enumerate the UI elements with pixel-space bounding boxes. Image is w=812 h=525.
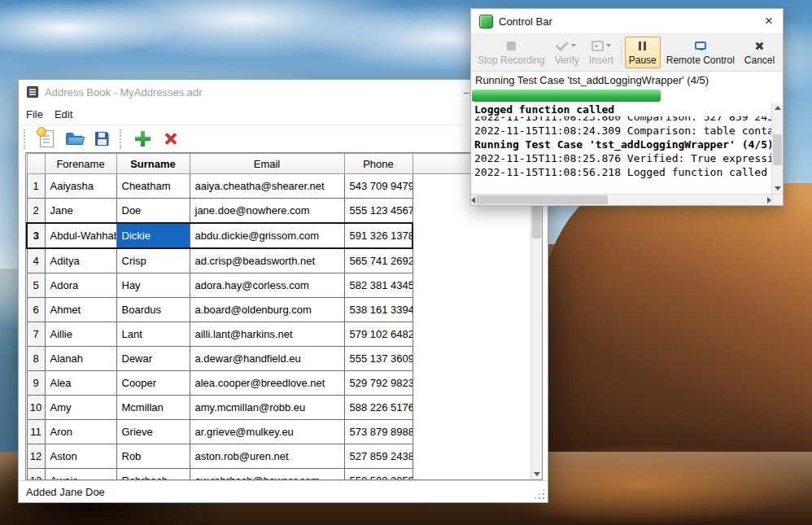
cell-phone[interactable]: 538 161 3394 <box>344 298 413 322</box>
cell-email[interactable]: adora.hay@corless.com <box>190 273 344 298</box>
cell-forename[interactable]: Amy <box>45 396 116 420</box>
new-address-book-button[interactable] <box>35 128 58 151</box>
cell-email[interactable]: ar.grieve@mulkey.eu <box>190 420 344 444</box>
cell-email[interactable]: jane.doe@nowhere.com <box>190 199 344 224</box>
cell-phone[interactable]: 555 137 3609 <box>344 347 413 371</box>
insert-button[interactable]: Insert <box>585 37 618 68</box>
row-number[interactable]: 9 <box>27 371 45 396</box>
row-number[interactable]: 3 <box>27 223 45 248</box>
dropdown-caret-icon[interactable] <box>606 44 611 47</box>
cell-email[interactable]: abdu.dickie@grissom.com <box>190 223 344 248</box>
cell-phone[interactable]: 582 381 4345 <box>344 273 413 298</box>
cell-forename[interactable]: Adora <box>45 273 116 298</box>
cell-email[interactable]: aaiya.cheatha@shearer.net <box>190 174 344 199</box>
cell-forename[interactable]: Awais <box>45 469 116 481</box>
cell-phone[interactable]: 591 326 1378 <box>344 223 413 248</box>
add-entry-button[interactable] <box>131 128 154 151</box>
table-row[interactable]: 1AaiyashaCheathamaaiya.cheatha@shearer.n… <box>27 174 531 199</box>
toolbar-handle[interactable] <box>120 129 124 149</box>
cell-phone[interactable]: 550 500 3059 <box>344 469 413 481</box>
cell-phone[interactable]: 555 123 4567 <box>344 199 413 224</box>
save-button[interactable] <box>90 128 113 151</box>
scroll-down-button[interactable] <box>531 469 542 479</box>
remote-control-button[interactable]: Remote Control <box>662 37 739 68</box>
open-button[interactable] <box>63 128 85 151</box>
scrollbar-track[interactable] <box>531 164 542 469</box>
verify-button[interactable]: Verify <box>551 37 583 68</box>
cell-phone[interactable]: 579 102 6482 <box>344 322 413 347</box>
dropdown-caret-icon[interactable] <box>571 44 576 47</box>
table-row[interactable]: 3Abdul-WahhabDickieabdu.dickie@grissom.c… <box>27 223 531 248</box>
cell-surname[interactable]: Grieve <box>116 420 190 444</box>
row-number[interactable]: 1 <box>27 174 45 199</box>
cell-email[interactable]: amy.mcmillan@robb.eu <box>190 396 344 420</box>
cell-surname[interactable]: Dickie <box>116 223 190 248</box>
table-row[interactable]: 11AronGrievear.grieve@mulkey.eu573 879 8… <box>27 420 531 444</box>
cell-surname[interactable]: Crisp <box>116 248 190 273</box>
table-row[interactable]: 5AdoraHayadora.hay@corless.com582 381 43… <box>27 273 531 298</box>
menu-edit[interactable]: Edit <box>49 106 78 123</box>
table-row[interactable]: 4AdityaCrispad.crisp@beadsworth.net565 7… <box>27 248 531 273</box>
row-number[interactable]: 13 <box>27 469 45 481</box>
cell-surname[interactable]: Cooper <box>116 371 190 396</box>
cell-surname[interactable]: Lant <box>116 322 190 347</box>
close-button[interactable]: × <box>755 9 783 33</box>
cell-surname[interactable]: Cheatham <box>116 174 190 199</box>
cancel-button[interactable]: Cancel <box>740 37 779 68</box>
cell-phone[interactable]: 573 879 8988 <box>344 420 413 444</box>
cell-phone[interactable]: 527 859 2438 <box>344 444 413 469</box>
scrollbar-thumb[interactable] <box>476 195 608 204</box>
cell-surname[interactable]: Boardus <box>116 298 190 322</box>
column-header-surname[interactable]: Surname <box>116 154 190 174</box>
cell-phone[interactable]: 543 709 9479 <box>344 174 413 199</box>
cell-email[interactable]: aston.rob@uren.net <box>190 444 344 469</box>
toolbar-handle[interactable] <box>24 129 28 149</box>
scrollbar-track[interactable] <box>475 195 767 205</box>
table-row[interactable]: 2JaneDoejane.doe@nowhere.com555 123 4567 <box>27 199 531 224</box>
row-number[interactable]: 5 <box>27 273 45 298</box>
column-header-forename[interactable]: Forename <box>45 154 116 174</box>
cell-email[interactable]: ad.crisp@beadsworth.net <box>190 248 344 273</box>
scrollbar-track[interactable] <box>772 113 783 183</box>
table-row[interactable]: 13AwaisRohrbachaw.rohrbach@howser.com550… <box>27 469 531 481</box>
cell-forename[interactable]: Alanah <box>45 347 116 371</box>
remove-entry-button[interactable] <box>159 128 181 151</box>
row-number[interactable]: 11 <box>27 420 45 444</box>
log-vertical-scrollbar[interactable] <box>771 103 783 194</box>
row-number[interactable]: 2 <box>27 199 45 224</box>
cell-email[interactable]: ailli.lant@harkins.net <box>190 322 344 347</box>
scrollbar-thumb[interactable] <box>773 134 782 166</box>
scroll-down-button[interactable] <box>772 183 783 194</box>
cell-phone[interactable]: 529 792 9823 <box>344 371 413 396</box>
cell-phone[interactable]: 565 741 2692 <box>344 248 413 273</box>
cell-email[interactable]: a.dewar@handfield.eu <box>190 347 344 371</box>
cell-email[interactable]: aw.rohrbach@howser.com <box>190 469 344 481</box>
corner-header[interactable] <box>27 154 45 174</box>
cell-surname[interactable]: Dewar <box>116 347 190 371</box>
cell-surname[interactable]: Rohrbach <box>116 469 190 481</box>
cell-surname[interactable]: Hay <box>116 273 190 298</box>
table-row[interactable]: 9AleaCooperalea.cooper@breedlove.net529 … <box>27 371 531 396</box>
control-bar-titlebar[interactable]: Control Bar × <box>471 9 783 34</box>
cell-email[interactable]: a.board@oldenburg.com <box>190 298 344 322</box>
row-number[interactable]: 10 <box>27 396 45 420</box>
stop-recording-button[interactable]: Stop Recording <box>474 37 549 68</box>
cell-surname[interactable]: Doe <box>116 199 190 224</box>
menu-file[interactable]: File <box>20 106 49 123</box>
cell-forename[interactable]: Aillie <box>45 322 116 347</box>
cell-forename[interactable]: Jane <box>45 199 116 224</box>
row-number[interactable]: 8 <box>27 347 45 371</box>
log-horizontal-scrollbar[interactable] <box>471 194 783 205</box>
row-number[interactable]: 7 <box>27 322 45 347</box>
cell-forename[interactable]: Aston <box>45 444 116 469</box>
cell-forename[interactable]: Aditya <box>45 248 116 273</box>
row-number[interactable]: 6 <box>27 298 45 322</box>
table-row[interactable]: 10AmyMcmillanamy.mcmillan@robb.eu588 226… <box>27 396 531 420</box>
cell-surname[interactable]: Rob <box>116 444 190 469</box>
table-row[interactable]: 8AlanahDewara.dewar@handfield.eu555 137 … <box>27 347 531 371</box>
cell-forename[interactable]: Alea <box>45 371 116 396</box>
cell-surname[interactable]: Mcmillan <box>116 396 190 420</box>
table-row[interactable]: 6AhmetBoardusa.board@oldenburg.com538 16… <box>27 298 531 322</box>
column-header-phone[interactable]: Phone <box>344 154 413 174</box>
address-book-titlebar[interactable]: Address Book - MyAddresses.adr – ▢ × <box>19 80 548 104</box>
